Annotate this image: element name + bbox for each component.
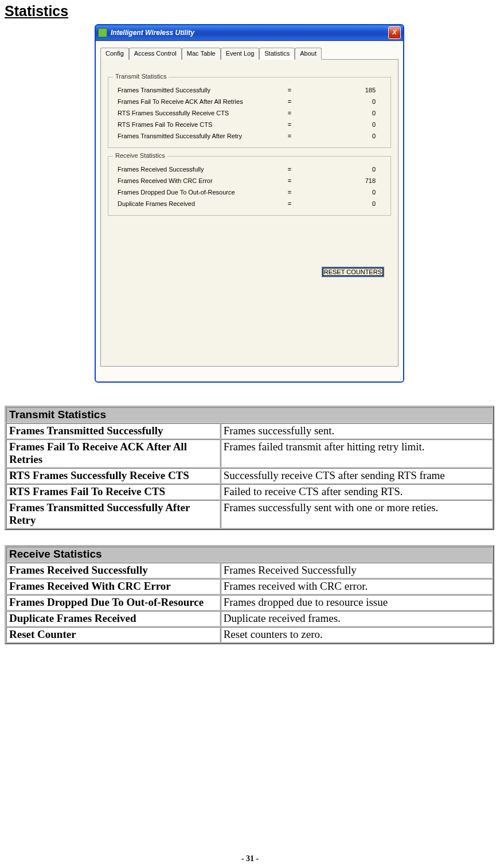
stat-value: 0 xyxy=(301,110,386,116)
stat-value: 0 xyxy=(301,133,386,139)
term-cell: RTS Frames Successfully Receive CTS xyxy=(6,468,220,484)
equals-sign: = xyxy=(278,87,301,94)
table-row: Frames Transmitted SuccessfullyFrames su… xyxy=(6,423,493,439)
table-row: Frames Received SuccessfullyFrames Recei… xyxy=(6,563,493,578)
desc-cell: Duplicate received frames. xyxy=(221,611,493,626)
table-row: Frames Fail To Receive ACK After All Ret… xyxy=(6,439,493,468)
table-receive-statistics: Receive Statistics Frames Received Succe… xyxy=(5,545,494,644)
stat-label: Frames Dropped Due To Out-of-Resource xyxy=(118,189,278,196)
title-bar: Intelligent Wireless Utility X xyxy=(96,25,403,41)
tab-pane-statistics: Transmit Statistics Frames Transmitted S… xyxy=(100,60,399,367)
stat-value: 0 xyxy=(301,189,386,196)
stat-label: RTS Frames Successfully Receive CTS xyxy=(118,110,278,116)
tab-config[interactable]: Config xyxy=(100,48,129,60)
screenshot: Intelligent Wireless Utility X ConfigAcc… xyxy=(5,24,494,383)
desc-cell: Frames successfully sent with one or mor… xyxy=(221,500,493,528)
term-cell: Reset Counter xyxy=(6,627,220,643)
tab-mac-table[interactable]: Mac Table xyxy=(182,48,221,60)
window-title: Intelligent Wireless Utility xyxy=(111,29,388,37)
page-number: - 31 - xyxy=(0,854,500,863)
stat-label: Frames Fail To Receive ACK After All Ret… xyxy=(118,98,278,105)
tab-about[interactable]: About xyxy=(295,48,322,60)
desc-cell: Frames received with CRC error. xyxy=(221,579,493,594)
stat-value: 0 xyxy=(301,121,386,128)
tab-access-control[interactable]: Access Control xyxy=(129,48,182,60)
stat-row: Frames Transmitted Successfully=185 xyxy=(113,84,386,96)
desc-cell: Frames dropped due to resource issue xyxy=(221,595,493,610)
window-body: ConfigAccess ControlMac TableEvent LogSt… xyxy=(96,41,403,382)
table-row: Frames Received With CRC ErrorFrames rec… xyxy=(6,579,493,594)
reset-counters-button[interactable]: RESET COUNTERS xyxy=(322,267,384,277)
equals-sign: = xyxy=(278,133,301,139)
table-header: Transmit Statistics xyxy=(6,407,493,423)
term-cell: RTS Frames Fail To Receive CTS xyxy=(6,484,220,500)
table-row: Reset CounterReset counters to zero. xyxy=(6,627,493,643)
group-legend: Transmit Statistics xyxy=(113,73,169,80)
term-cell: Frames Fail To Receive ACK After All Ret… xyxy=(6,439,220,468)
term-cell: Frames Received Successfully xyxy=(6,563,220,578)
stat-value: 0 xyxy=(301,166,386,173)
term-cell: Frames Dropped Due To Out-of-Resource xyxy=(6,595,220,610)
group-legend: Receive Statistics xyxy=(113,152,167,159)
table-header: Receive Statistics xyxy=(6,547,493,562)
equals-sign: = xyxy=(278,177,301,184)
stat-label: Frames Transmitted Successfully xyxy=(118,87,278,94)
stat-row: Frames Transmitted Successfully After Re… xyxy=(113,130,386,142)
equals-sign: = xyxy=(278,98,301,105)
equals-sign: = xyxy=(278,110,301,116)
table-transmit-statistics: Transmit Statistics Frames Transmitted S… xyxy=(5,406,494,530)
stat-value: 0 xyxy=(301,98,386,105)
term-cell: Frames Received With CRC Error xyxy=(6,579,220,594)
desc-cell: Frames successfully sent. xyxy=(221,423,493,439)
stat-label: RTS Frames Fail To Receive CTS xyxy=(118,121,278,128)
desc-cell: Reset counters to zero. xyxy=(221,627,493,643)
stat-row: Frames Fail To Receive ACK After All Ret… xyxy=(113,96,386,107)
stat-label: Duplicate Frames Received xyxy=(118,200,278,207)
desc-cell: Successfully receive CTS after sending R… xyxy=(221,468,493,484)
equals-sign: = xyxy=(278,121,301,128)
table-row: RTS Frames Fail To Receive CTSFailed to … xyxy=(6,484,493,500)
stat-label: Frames Received With CRC Error xyxy=(118,177,278,184)
tab-strip: ConfigAccess ControlMac TableEvent LogSt… xyxy=(100,47,399,60)
stat-row: RTS Frames Successfully Receive CTS=0 xyxy=(113,107,386,119)
table-row: Duplicate Frames ReceivedDuplicate recei… xyxy=(6,611,493,626)
group-receive-statistics: Receive Statistics Frames Received Succe… xyxy=(108,156,391,216)
stat-value: 0 xyxy=(301,200,386,207)
term-cell: Frames Transmitted Successfully After Re… xyxy=(6,500,220,528)
stat-row: Frames Received Successfully=0 xyxy=(113,164,386,175)
term-cell: Duplicate Frames Received xyxy=(6,611,220,626)
term-cell: Frames Transmitted Successfully xyxy=(6,423,220,439)
equals-sign: = xyxy=(278,200,301,207)
table-row: RTS Frames Successfully Receive CTSSucce… xyxy=(6,468,493,484)
app-icon xyxy=(98,28,107,37)
tab-event-log[interactable]: Event Log xyxy=(221,48,260,60)
page-title: Statistics xyxy=(5,3,494,20)
stat-row: Frames Received With CRC Error=718 xyxy=(113,175,386,186)
stat-row: RTS Frames Fail To Receive CTS=0 xyxy=(113,119,386,130)
equals-sign: = xyxy=(278,166,301,173)
tab-statistics[interactable]: Statistics xyxy=(259,48,295,60)
desc-cell: Frames Received Successfully xyxy=(221,563,493,578)
desc-cell: Failed to receive CTS after sending RTS. xyxy=(221,484,493,500)
desc-cell: Frames failed transmit after hitting ret… xyxy=(221,439,493,468)
stat-label: Frames Transmitted Successfully After Re… xyxy=(118,133,278,139)
stat-value: 718 xyxy=(301,177,386,184)
stat-row: Duplicate Frames Received=0 xyxy=(113,198,386,209)
stat-value: 185 xyxy=(301,87,386,94)
table-row: Frames Transmitted Successfully After Re… xyxy=(6,500,493,528)
group-transmit-statistics: Transmit Statistics Frames Transmitted S… xyxy=(108,77,391,148)
equals-sign: = xyxy=(278,189,301,196)
table-row: Frames Dropped Due To Out-of-ResourceFra… xyxy=(6,595,493,610)
window: Intelligent Wireless Utility X ConfigAcc… xyxy=(95,24,404,383)
stat-label: Frames Received Successfully xyxy=(118,166,278,173)
stat-row: Frames Dropped Due To Out-of-Resource=0 xyxy=(113,186,386,198)
close-icon[interactable]: X xyxy=(388,26,401,39)
